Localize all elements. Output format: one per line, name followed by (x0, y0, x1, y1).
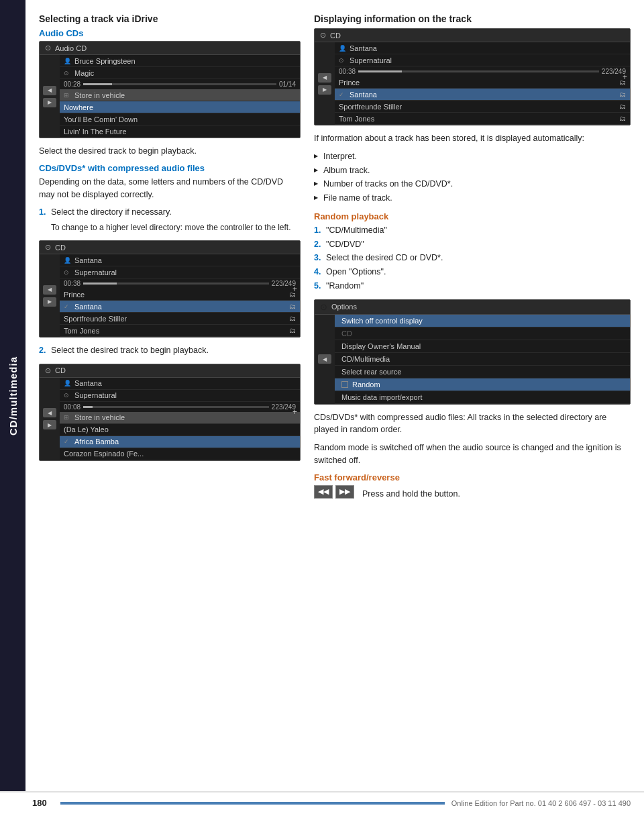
steps-list: 1. Select the directory if necessary. To… (39, 206, 301, 234)
opt-item-5[interactable]: Random (335, 378, 630, 391)
screen1-track1[interactable]: You'll Be Comin' Down (60, 113, 300, 125)
random-step-4: 4. Open "Options". (314, 266, 631, 278)
disc-icon-right: ⊙ (339, 57, 347, 64)
random-title: Random playback (314, 211, 631, 221)
opt-item-3[interactable]: CD/Multimedia (335, 353, 630, 366)
bullet-2: Album track. (314, 164, 631, 177)
fast-fwd-title: Fast forward/reverse (314, 472, 631, 482)
next-btn-right[interactable]: ▶ (318, 85, 331, 95)
opt-left-ctrl: ◀ (315, 315, 335, 404)
cd-icon: ⊙ (45, 44, 51, 52)
opt-prev-btn[interactable]: ◀ (318, 354, 331, 364)
screen-right-list: 👤 Santana ⊙ Supernatural 00:38 223/249 (335, 42, 630, 125)
options-header: ⊙ Options (315, 300, 630, 315)
screen2-track-prince[interactable]: Prince 🗂 (60, 289, 300, 301)
screen2-body: ◀ ▶ 👤 Santana ⊙ Supernatural 00:38 (40, 254, 300, 337)
next-btn-3[interactable]: ▶ (43, 420, 56, 429)
page-number: 180 (32, 798, 47, 808)
opt-item-2[interactable]: Display Owner's Manual (335, 340, 630, 353)
folder-icon-right-3: 🗂 (619, 103, 626, 110)
progress-fill-1 (83, 83, 112, 85)
cd-screen-right: ⊙ CD ◀ ▶ 👤 Santana ⊙ Supernatural (314, 28, 631, 125)
random-step-5: 5. "Random" (314, 280, 631, 293)
audio-cd-screen: ⊙ Audio CD ◀ ▶ 👤 Bruce Springsteen ⊙ Mag… (39, 41, 301, 138)
random-checkbox[interactable] (341, 381, 348, 388)
prev-btn-right[interactable]: ◀ (318, 73, 331, 83)
progress-fill-2 (83, 283, 117, 285)
folder-icon-2: 🗂 (289, 303, 296, 310)
prev-btn-2[interactable]: ◀ (43, 285, 56, 295)
screen1-track2[interactable]: Livin' In The Future (60, 125, 300, 138)
check-icon-3: ✓ (64, 438, 72, 445)
opt-item-4[interactable]: Select rear source (335, 366, 630, 378)
screen3-track0[interactable]: (Da Le) Yaleo (60, 424, 300, 436)
info-bullets: Interpret. Album track. Number of tracks… (314, 150, 631, 205)
person-icon: 👤 (64, 58, 72, 64)
person-icon-right: 👤 (339, 45, 347, 52)
disc-icon-2: ⊙ (64, 269, 72, 276)
fastfwd-btn[interactable]: ▶▶ (335, 485, 354, 499)
plus-button-3[interactable]: + (292, 407, 297, 417)
opt-list: Switch off control display CD Display Ow… (335, 315, 630, 404)
screen-right-title: CD (330, 32, 341, 40)
right-section-title: Displaying information on the track (314, 13, 631, 24)
screen1-header: ⊙ Audio CD (40, 42, 300, 55)
person-icon-3: 👤 (64, 380, 72, 387)
prev-btn-3[interactable]: ◀ (43, 408, 56, 417)
screen-right-track-santana[interactable]: ✓ Santana 🗂 (335, 89, 630, 101)
screen1-store[interactable]: ⊞ Store in vehicle (60, 89, 300, 101)
screen-right-track-prince[interactable]: Prince 🗂 (335, 76, 630, 89)
screen-right-artist: 👤 Santana (335, 42, 630, 54)
screen2-track-santana[interactable]: ✓ Santana 🗂 (60, 301, 300, 313)
screen1-body: ◀ ▶ 👤 Bruce Springsteen ⊙ Magic 00:28 (40, 55, 300, 138)
screen-right-track-tomjones[interactable]: Tom Jones 🗂 (335, 113, 630, 125)
ff-buttons: ◀◀ ▶▶ (314, 485, 354, 499)
bullet-3: Number of tracks on the CD/DVD*. (314, 178, 631, 191)
footer-text: Online Edition for Part no. 01 40 2 606 … (451, 799, 631, 807)
cd-controls-3: ◀ ▶ (40, 378, 60, 460)
screen1-progress: 00:28 01/14 (60, 79, 300, 89)
screen3-list: 👤 Santana ⊙ Supernatural 00:08 223/249 (60, 378, 300, 460)
check-icon: ✓ (64, 303, 72, 310)
screen2-track-sportfreunde[interactable]: Sportfreunde Stiller 🗂 (60, 313, 300, 325)
sidebar-label: CD/multimedia (7, 356, 19, 435)
screen3-header: ⊙ CD (40, 364, 300, 378)
right-column: Displaying information on the track ⊙ CD… (314, 13, 631, 509)
prev-btn[interactable]: ◀ (43, 86, 56, 95)
options-title: Options (331, 303, 357, 311)
plus-button-right[interactable]: + (623, 72, 627, 82)
next-btn[interactable]: ▶ (43, 98, 56, 107)
cd-controls-1: ◀ ▶ (40, 55, 60, 138)
screen1-track0[interactable]: Nowhere (60, 101, 300, 113)
opt-item-1: CD (335, 327, 630, 340)
screen-right-track-sportfreunde[interactable]: Sportfreunde Stiller 🗂 (335, 101, 630, 113)
disc-icon: ⊙ (64, 70, 72, 76)
fast-fwd-body: Press and hold the button. (362, 488, 460, 501)
folder-icon-3: 🗂 (289, 315, 296, 322)
random-body2: Random mode is switched off when the aud… (314, 442, 631, 467)
bullet-4: File name of track. (314, 192, 631, 205)
left-section-title: Selecting a track via iDrive (39, 13, 301, 24)
screen3-track2[interactable]: Corazon Espinado (Fe... (60, 448, 300, 460)
rewind-btn[interactable]: ◀◀ (314, 485, 333, 499)
cd-icon-3: ⊙ (45, 366, 51, 375)
screen2-track-tomjones[interactable]: Tom Jones 🗂 (60, 325, 300, 337)
screen3-album: ⊙ Supernatural (60, 390, 300, 402)
screen3-title: CD (55, 366, 66, 374)
screen2-title: CD (55, 244, 66, 252)
opt-item-0[interactable]: Switch off control display (335, 315, 630, 327)
screen1-list: 👤 Bruce Springsteen ⊙ Magic 00:28 01/14 (60, 55, 300, 138)
store-icon-3: ⊞ (64, 414, 72, 421)
screen3-store[interactable]: ⊞ Store in vehicle (60, 412, 300, 424)
next-btn-2[interactable]: ▶ (43, 297, 56, 307)
opt-item-6[interactable]: Music data import/export (335, 391, 630, 404)
options-body: ◀ Switch off control display CD Display … (315, 315, 630, 404)
screen3-track1[interactable]: ✓ Africa Bamba (60, 436, 300, 448)
progress-bar-right (358, 70, 599, 72)
folder-icon-right-4: 🗂 (619, 115, 626, 122)
bullet-1: Interpret. (314, 150, 631, 163)
store-icon: ⊞ (64, 92, 72, 99)
plus-button[interactable]: + (292, 285, 297, 294)
screen-right-body: ◀ ▶ 👤 Santana ⊙ Supernatural 00:38 (315, 42, 630, 125)
disc-icon-3: ⊙ (64, 392, 72, 399)
